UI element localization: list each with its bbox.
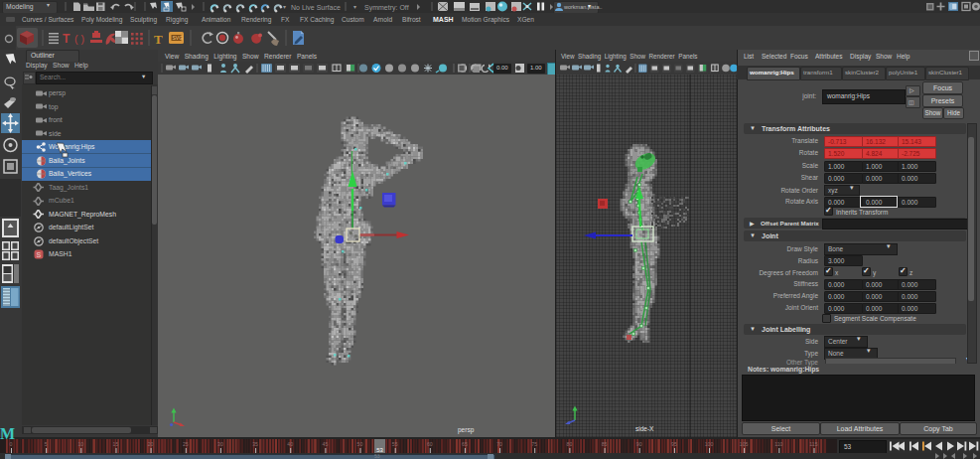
svg-text:105: 105 xyxy=(740,441,749,447)
svg-text:85: 85 xyxy=(602,441,608,447)
svg-text:▾: ▾ xyxy=(283,4,286,10)
svg-text:55: 55 xyxy=(392,441,398,447)
svg-text:50: 50 xyxy=(357,441,363,447)
svg-text:70: 70 xyxy=(496,441,502,447)
svg-text:35: 35 xyxy=(252,441,258,447)
svg-text:60: 60 xyxy=(427,441,433,447)
svg-text:S: S xyxy=(37,251,42,258)
svg-text:T: T xyxy=(63,32,70,46)
svg-text:53: 53 xyxy=(376,447,383,453)
svg-text:45: 45 xyxy=(323,441,329,447)
svg-text:10: 10 xyxy=(77,441,83,447)
svg-text:115: 115 xyxy=(809,441,817,447)
svg-text:5: 5 xyxy=(45,441,48,447)
svg-text:90: 90 xyxy=(636,441,642,447)
svg-text:100: 100 xyxy=(705,441,714,447)
svg-text:No Live Surface: No Live Surface xyxy=(291,4,341,11)
svg-text:20: 20 xyxy=(148,441,154,447)
svg-text:80: 80 xyxy=(567,441,573,447)
svg-text:40: 40 xyxy=(287,441,293,447)
svg-text:▾: ▾ xyxy=(353,4,356,10)
svg-text:25: 25 xyxy=(183,441,189,447)
svg-text:65: 65 xyxy=(462,441,468,447)
svg-text:SVG: SVG xyxy=(173,35,184,41)
svg-text:( ): ( ) xyxy=(74,33,84,45)
svg-text:T: T xyxy=(154,32,163,47)
svg-text:15: 15 xyxy=(113,441,119,447)
svg-text:Symmetry: Off: Symmetry: Off xyxy=(364,4,409,12)
svg-text:75: 75 xyxy=(531,441,537,447)
svg-text:110: 110 xyxy=(774,441,782,447)
svg-text:95: 95 xyxy=(671,441,677,447)
svg-text:30: 30 xyxy=(217,441,223,447)
